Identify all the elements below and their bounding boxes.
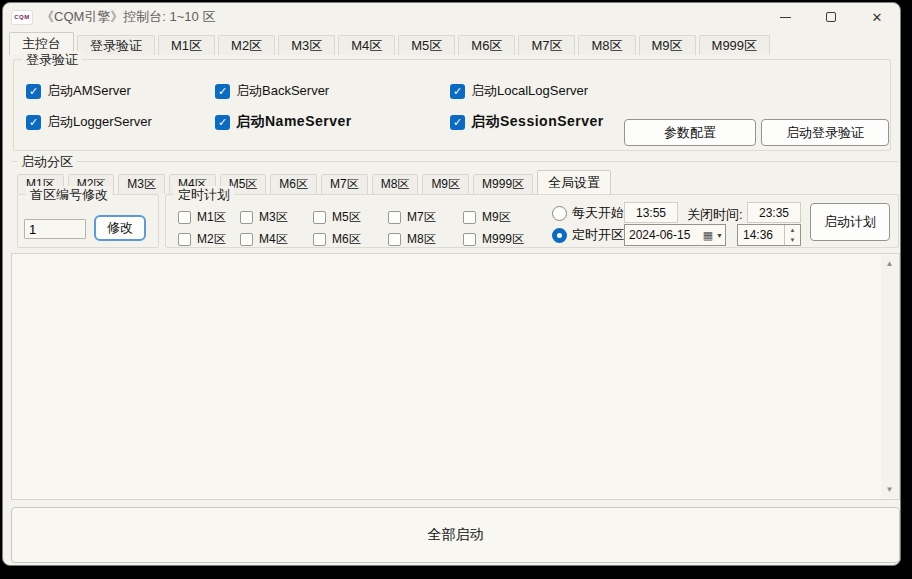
open-date-picker[interactable]: 2024-06-15 ▦ ▼ (624, 224, 726, 246)
radio-off-icon (552, 206, 567, 221)
scroll-down-icon[interactable]: ▼ (881, 481, 898, 498)
checkbox-locallog-server[interactable]: ✓ 启动LocalLogServer (450, 82, 588, 100)
checkbox-unchecked-icon (240, 233, 253, 246)
schedule-group: 定时计划 M1区 M3区 M5区 M7区 (165, 194, 899, 248)
plan-checkbox-m6[interactable]: M6区 (313, 228, 388, 250)
ptab-m8[interactable]: M8区 (372, 174, 419, 194)
ptab-m3[interactable]: M3区 (118, 174, 165, 194)
checkbox-checked-icon: ✓ (450, 115, 465, 130)
checkbox-checked-icon: ✓ (450, 84, 465, 99)
plan-checkbox-m3[interactable]: M3区 (240, 206, 313, 228)
param-config-button[interactable]: 参数配置 (624, 119, 756, 146)
checkbox-label: 启动BackServer (236, 82, 329, 100)
checkbox-am-server[interactable]: ✓ 启动AMServer (26, 82, 131, 100)
checkbox-label: M3区 (259, 209, 288, 226)
checkbox-unchecked-icon (463, 211, 476, 224)
plan-checkbox-m2[interactable]: M2区 (178, 228, 240, 250)
checkbox-label: 启动LocalLogServer (471, 82, 588, 100)
spin-up-icon: ▲ (785, 225, 800, 235)
scroll-up-icon[interactable]: ▲ (881, 255, 898, 272)
title-bar: CQM 《CQM引擎》控制台: 1~10 区 ✕ (3, 3, 900, 31)
checkbox-unchecked-icon (178, 211, 191, 224)
plan-checkbox-m999[interactable]: M999区 (463, 228, 539, 250)
tab-m6[interactable]: M6区 (458, 35, 515, 55)
maximize-icon (826, 12, 836, 22)
plan-checkbox-m4[interactable]: M4区 (240, 228, 313, 250)
tab-m999[interactable]: M999区 (699, 35, 771, 55)
plan-checkbox-m9[interactable]: M9区 (463, 206, 539, 228)
app-window: CQM 《CQM引擎》控制台: 1~10 区 ✕ 主控台 登录验证 M1区 M2… (2, 2, 901, 566)
checkbox-label: 启动NameServer (236, 113, 352, 131)
checkbox-unchecked-icon (463, 233, 476, 246)
tab-m4[interactable]: M4区 (338, 35, 395, 55)
checkbox-checked-icon: ✓ (26, 84, 41, 99)
start-login-verify-button[interactable]: 启动登录验证 (761, 119, 889, 146)
ptab-m999[interactable]: M999区 (473, 174, 533, 194)
tab-m1[interactable]: M1区 (158, 35, 215, 55)
checkbox-back-server[interactable]: ✓ 启动BackServer (215, 82, 329, 100)
close-time-field[interactable]: 23:35 (747, 202, 801, 223)
checkbox-label: M8区 (407, 231, 436, 248)
checkbox-unchecked-icon (178, 233, 191, 246)
date-value: 2024-06-15 (629, 228, 690, 242)
plan-checkbox-m5[interactable]: M5区 (313, 206, 388, 228)
open-time-spinner[interactable]: 14:36 ▲ ▼ (737, 224, 801, 246)
ptab-global-settings[interactable]: 全局设置 (537, 170, 611, 194)
dropdown-arrow-icon: ▼ (716, 232, 723, 239)
first-zone-input[interactable] (24, 219, 86, 239)
daily-start-radio[interactable]: 每天开始 (552, 204, 624, 222)
ptab-m7[interactable]: M7区 (321, 174, 368, 194)
checkbox-unchecked-icon (388, 233, 401, 246)
checkbox-logger-server[interactable]: ✓ 启动LoggerServer (26, 113, 152, 131)
close-icon: ✕ (872, 11, 883, 24)
checkbox-label: M1区 (197, 209, 226, 226)
maximize-button[interactable] (808, 3, 854, 31)
modify-button[interactable]: 修改 (94, 215, 146, 241)
tab-m3[interactable]: M3区 (278, 35, 335, 55)
partition-group-title: 启动分区 (17, 153, 77, 171)
plan-checkbox-m7[interactable]: M7区 (388, 206, 463, 228)
ptab-m6[interactable]: M6区 (270, 174, 317, 194)
tab-m5[interactable]: M5区 (398, 35, 455, 55)
minimize-icon (780, 17, 791, 18)
window-title: 《CQM引擎》控制台: 1~10 区 (41, 8, 215, 26)
login-verify-group: 登录验证 ✓ 启动AMServer ✓ 启动BackServer ✓ 启动Loc… (13, 59, 891, 151)
calendar-icon: ▦ (703, 229, 713, 242)
spin-down-icon: ▼ (785, 235, 800, 245)
checkbox-unchecked-icon (313, 233, 326, 246)
plan-checkbox-m1[interactable]: M1区 (178, 206, 240, 228)
time-spin-buttons[interactable]: ▲ ▼ (784, 225, 800, 245)
checkbox-label: M999区 (482, 231, 524, 248)
start-all-button[interactable]: 全部启动 (11, 507, 900, 563)
close-button[interactable]: ✕ (854, 3, 900, 31)
checkbox-name-server[interactable]: ✓ 启动NameServer (215, 113, 352, 131)
partition-tab-bar: M1区 M2区 M3区 M4区 M5区 M6区 M7区 M8区 M9区 M999… (17, 170, 893, 194)
first-zone-group-title: 首区编号修改 (26, 186, 112, 204)
plan-checkbox-m8[interactable]: M8区 (388, 228, 463, 250)
schedule-group-title: 定时计划 (174, 186, 234, 204)
checkbox-label: 启动AMServer (47, 82, 131, 100)
ptab-m9[interactable]: M9区 (422, 174, 469, 194)
vertical-scrollbar[interactable]: ▲ ▼ (881, 255, 898, 498)
checkbox-unchecked-icon (388, 211, 401, 224)
radio-label: 定时开区 (572, 226, 624, 244)
window-controls: ✕ (762, 3, 900, 31)
log-output-area[interactable]: ▲ ▼ (11, 253, 900, 500)
tab-m8[interactable]: M8区 (578, 35, 635, 55)
tab-m9[interactable]: M9区 (639, 35, 696, 55)
radio-on-icon (552, 228, 567, 243)
checkbox-unchecked-icon (240, 211, 253, 224)
tab-m2[interactable]: M2区 (218, 35, 275, 55)
app-logo-icon: CQM (11, 10, 33, 25)
partition-group: 启动分区 M1区 M2区 M3区 M4区 M5区 M6区 M7区 M8区 M9区… (11, 161, 899, 249)
tab-m7[interactable]: M7区 (518, 35, 575, 55)
first-zone-group: 首区编号修改 修改 (17, 194, 159, 248)
start-plan-button[interactable]: 启动计划 (810, 203, 890, 241)
minimize-button[interactable] (762, 3, 808, 31)
timed-open-radio[interactable]: 定时开区 (552, 226, 624, 244)
checkbox-label: M9区 (482, 209, 511, 226)
checkbox-checked-icon: ✓ (26, 115, 41, 130)
tab-login-verify[interactable]: 登录验证 (77, 35, 155, 55)
checkbox-session-server[interactable]: ✓ 启动SessionServer (450, 113, 604, 131)
daily-start-time-field[interactable]: 13:55 (624, 202, 678, 223)
